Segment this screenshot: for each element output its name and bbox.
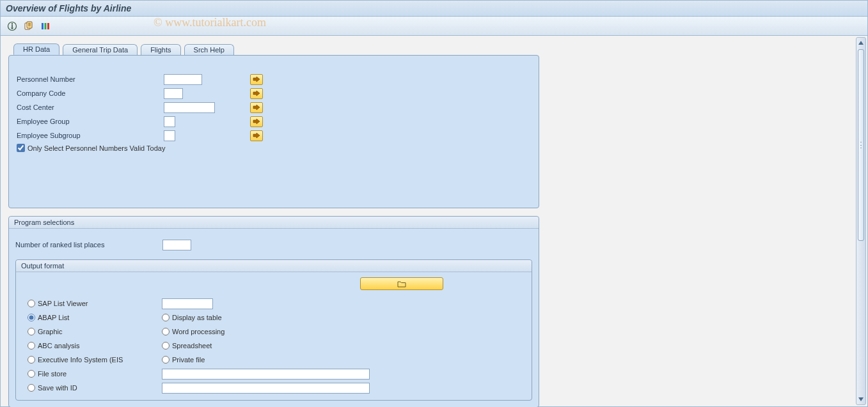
svg-marker-17 — [858, 41, 864, 45]
input-personnel-number[interactable] — [164, 74, 202, 85]
label-ranked-places: Number of ranked list places — [15, 241, 162, 249]
title-bar: Overview of Flights by Airline — [0, 0, 868, 17]
content-outer: HR Data General Trip Data Flights Srch H… — [0, 36, 868, 407]
tab-general-trip-data[interactable]: General Trip Data — [63, 44, 138, 55]
svg-marker-13 — [253, 91, 260, 96]
folder-button[interactable] — [360, 277, 443, 290]
svg-rect-2 — [12, 24, 13, 27]
multi-employee-group[interactable] — [250, 116, 263, 127]
execute-button[interactable] — [6, 20, 19, 33]
row-employee-subgroup: Employee Subgroup — [17, 128, 531, 142]
radio-graphic[interactable] — [28, 328, 35, 335]
arrow-right-icon — [253, 132, 260, 139]
radio-sap-list-viewer[interactable] — [28, 300, 35, 307]
label-graphic: Graphic — [38, 328, 63, 335]
svg-marker-12 — [253, 77, 260, 82]
multi-employee-subgroup[interactable] — [250, 130, 263, 141]
hr-data-panel: Personnel Number Company Code Cost Cente… — [8, 55, 539, 208]
svg-marker-16 — [253, 133, 260, 138]
row-personnel-number: Personnel Number — [17, 72, 531, 86]
program-selections-panel: Program selections Number of ranked list… — [8, 216, 539, 407]
svg-marker-15 — [253, 119, 260, 124]
radio-abap-list[interactable] — [28, 314, 35, 321]
radio-display-as-table[interactable] — [162, 314, 170, 321]
input-cost-center[interactable] — [164, 102, 215, 113]
arrow-right-icon — [253, 90, 260, 96]
label-eis: Executive Info System (EIS — [38, 356, 123, 364]
radio-private-file[interactable] — [162, 356, 170, 364]
label-sap-list-viewer: SAP List Viewer — [38, 300, 88, 307]
input-company-code[interactable] — [164, 88, 183, 99]
scroll-thumb[interactable] — [858, 49, 864, 241]
label-personnel-number: Personnel Number — [17, 75, 164, 83]
svg-rect-9 — [42, 23, 43, 29]
label-file-store: File store — [38, 370, 67, 378]
row-cost-center: Cost Center — [17, 100, 531, 114]
svg-point-1 — [12, 23, 13, 24]
radio-abc-analysis[interactable] — [28, 342, 35, 349]
input-file-store-path[interactable] — [162, 369, 370, 380]
input-employee-group[interactable] — [164, 116, 175, 127]
multi-company-code[interactable] — [250, 88, 263, 99]
label-cost-center: Cost Center — [17, 104, 164, 111]
multi-personnel-number[interactable] — [250, 74, 263, 85]
label-abc-analysis: ABC analysis — [38, 342, 79, 349]
radio-file-store[interactable] — [28, 370, 35, 378]
app-toolbar — [0, 17, 868, 36]
arrow-right-icon — [253, 76, 260, 82]
label-save-with-id: Save with ID — [38, 384, 77, 392]
row-company-code: Company Code — [17, 86, 531, 100]
radio-word-processing[interactable] — [162, 328, 170, 335]
program-selections-title: Program selections — [9, 217, 539, 229]
input-ranked-places[interactable] — [162, 240, 191, 250]
output-format-panel: Output format SAP List Viewer — [15, 259, 532, 401]
page-title: Overview of Flights by Airline — [6, 3, 131, 13]
vertical-scrollbar[interactable] — [856, 37, 866, 405]
label-word-processing: Word processing — [172, 328, 225, 335]
input-sap-list-viewer-variant[interactable] — [162, 298, 213, 309]
svg-rect-10 — [45, 23, 47, 29]
content-area: HR Data General Trip Data Flights Srch H… — [1, 36, 855, 406]
checkbox-only-valid-today[interactable] — [17, 144, 25, 152]
tab-hr-data[interactable]: HR Data — [13, 43, 59, 55]
svg-marker-18 — [858, 397, 864, 401]
tab-srch-help[interactable]: Srch Help — [184, 44, 234, 55]
scroll-down-button[interactable] — [856, 394, 865, 404]
row-ranked-places: Number of ranked list places — [15, 238, 532, 252]
row-employee-group: Employee Group — [17, 114, 531, 128]
input-save-with-id[interactable] — [162, 383, 370, 394]
arrow-right-icon — [253, 104, 260, 111]
label-employee-group: Employee Group — [17, 118, 164, 125]
label-display-as-table: Display as table — [172, 314, 222, 321]
radio-spreadsheet[interactable] — [162, 342, 170, 349]
label-company-code: Company Code — [17, 89, 164, 97]
label-abap-list: ABAP List — [38, 314, 69, 321]
chevron-down-icon — [858, 397, 864, 401]
radio-eis[interactable] — [28, 356, 35, 364]
tab-flights[interactable]: Flights — [141, 44, 180, 55]
label-spreadsheet: Spreadsheet — [172, 342, 212, 349]
tabstrip: HR Data General Trip Data Flights Srch H… — [13, 43, 849, 55]
report-options-button[interactable] — [39, 20, 52, 33]
input-employee-subgroup[interactable] — [164, 130, 175, 141]
output-format-title: Output format — [16, 260, 532, 272]
folder-icon — [397, 280, 406, 288]
svg-marker-14 — [253, 105, 260, 110]
row-only-valid-today: Only Select Personnel Numbers Valid Toda… — [17, 144, 531, 152]
label-employee-subgroup: Employee Subgroup — [17, 132, 164, 139]
radio-save-with-id[interactable] — [28, 384, 35, 392]
arrow-right-icon — [253, 118, 260, 125]
get-variant-button[interactable] — [22, 20, 35, 33]
label-private-file: Private file — [172, 356, 205, 364]
scroll-up-button[interactable] — [856, 38, 865, 48]
multi-cost-center[interactable] — [250, 102, 263, 113]
label-only-valid-today: Only Select Personnel Numbers Valid Toda… — [28, 144, 165, 152]
svg-rect-11 — [47, 23, 49, 29]
svg-marker-3 — [11, 27, 13, 29]
chevron-up-icon — [858, 41, 864, 45]
